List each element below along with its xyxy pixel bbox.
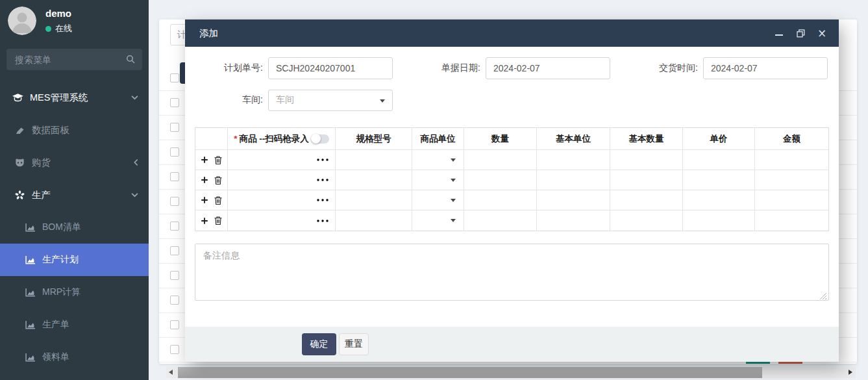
workshop-select[interactable]: 车间 <box>268 90 393 111</box>
row-checkbox[interactable] <box>170 320 179 329</box>
sidebar-item-material-requisition[interactable]: 领料单 <box>0 341 149 374</box>
row-checkbox[interactable] <box>170 345 179 354</box>
plan-number-input[interactable] <box>268 57 393 79</box>
spec-cell[interactable] <box>336 190 412 210</box>
row-checkbox[interactable] <box>170 98 179 107</box>
add-row-icon[interactable] <box>201 176 208 184</box>
products-table: * 商品 --扫码枪录入 规格型号 商品单位 数量 基本单位 基本数量 单价 金… <box>195 127 829 231</box>
add-row-icon[interactable] <box>201 217 208 225</box>
row-actions <box>195 170 228 190</box>
sidebar-item-label: 生产计划 <box>42 254 79 266</box>
unit-select-cell[interactable] <box>412 210 464 231</box>
delete-row-icon[interactable] <box>214 156 222 164</box>
close-icon[interactable]: × <box>817 28 827 38</box>
add-row-icon[interactable] <box>201 156 208 164</box>
price-cell[interactable] <box>683 190 755 210</box>
product-cell[interactable] <box>228 190 336 210</box>
price-cell[interactable] <box>683 170 755 190</box>
sidebar-item-mrp-calc[interactable]: MRP计算 <box>0 276 149 309</box>
delivery-time-input[interactable] <box>703 57 828 79</box>
row-checkbox[interactable] <box>170 197 179 206</box>
base-qty-cell[interactable] <box>610 190 683 210</box>
sidebar-item-dashboard[interactable]: 数据面板 <box>0 114 149 146</box>
sidebar-item-bom-list[interactable]: BOM清单 <box>0 211 149 244</box>
scan-gun-toggle[interactable] <box>311 134 329 144</box>
row-checkbox[interactable] <box>170 246 179 255</box>
field-plan-number: 计划单号: <box>211 57 393 79</box>
sidebar-item-purchase[interactable]: 购货 <box>0 146 149 179</box>
product-cell[interactable] <box>228 210 336 231</box>
row-checkbox[interactable] <box>170 73 179 82</box>
delete-row-icon[interactable] <box>214 196 222 205</box>
scroll-left-arrow-icon[interactable] <box>169 370 173 375</box>
unit-select-cell[interactable] <box>412 190 464 210</box>
reset-button[interactable]: 重置 <box>339 333 369 355</box>
product-cell[interactable] <box>228 150 336 170</box>
sidebar-item-production[interactable]: 生产 <box>0 179 149 211</box>
sidebar-item-label: MRP计算 <box>42 286 81 298</box>
base-qty-cell[interactable] <box>610 210 683 231</box>
remark-textarea[interactable] <box>195 244 829 301</box>
base-qty-cell[interactable] <box>610 150 683 170</box>
base-unit-cell[interactable] <box>537 150 610 170</box>
row-checkbox[interactable] <box>170 271 179 280</box>
caret-down-icon <box>380 99 385 103</box>
qty-cell[interactable] <box>464 210 537 231</box>
base-unit-cell[interactable] <box>537 170 610 190</box>
base-unit-cell[interactable] <box>537 190 610 210</box>
qty-cell[interactable] <box>464 150 537 170</box>
row-checkbox[interactable] <box>170 222 179 231</box>
field-label: 计划单号: <box>211 62 263 74</box>
delete-row-icon[interactable] <box>214 216 222 225</box>
price-cell[interactable] <box>683 150 755 170</box>
horizontal-scrollbar[interactable] <box>166 367 856 378</box>
minimize-icon[interactable] <box>774 28 784 38</box>
product-row <box>195 210 828 231</box>
search-icon[interactable] <box>126 55 135 66</box>
sidebar-item-mes-system[interactable]: MES管理系统 <box>0 81 149 114</box>
sidebar-item-production-order[interactable]: 生产单 <box>0 309 149 341</box>
field-label: 车间: <box>211 94 263 106</box>
product-row <box>195 190 828 210</box>
base-unit-cell[interactable] <box>537 210 610 231</box>
confirm-button[interactable]: 确定 <box>302 333 336 355</box>
amount-cell[interactable] <box>755 170 828 190</box>
unit-select-cell[interactable] <box>412 170 464 190</box>
user-status: 在线 <box>45 23 72 34</box>
sidebar-item-label: 生产单 <box>42 319 69 331</box>
scroll-right-arrow-icon[interactable] <box>849 370 852 375</box>
ellipsis-icon <box>317 179 329 181</box>
row-checkbox[interactable] <box>170 172 179 181</box>
sidebar-item-production-plan[interactable]: 生产计划 <box>0 244 149 276</box>
avatar[interactable] <box>8 6 36 35</box>
amount-cell[interactable] <box>755 150 828 170</box>
qty-cell[interactable] <box>464 170 537 190</box>
scrollbar-thumb[interactable] <box>178 367 762 378</box>
delete-row-icon[interactable] <box>214 176 222 184</box>
add-row-icon[interactable] <box>201 196 208 204</box>
qty-cell[interactable] <box>464 190 537 210</box>
workshop-placeholder: 车间 <box>276 94 294 106</box>
spec-cell[interactable] <box>336 210 412 231</box>
unit-select-cell[interactable] <box>412 150 464 170</box>
spec-cell[interactable] <box>336 170 412 190</box>
row-actions <box>195 150 228 170</box>
base-qty-cell[interactable] <box>610 170 683 190</box>
amount-cell[interactable] <box>755 190 828 210</box>
product-cell[interactable] <box>228 170 336 190</box>
dialog-title: 添加 <box>199 27 218 40</box>
row-actions <box>195 210 228 231</box>
header-base-unit: 基本单位 <box>537 128 610 150</box>
amount-cell[interactable] <box>755 210 828 231</box>
row-checkbox[interactable] <box>170 296 179 305</box>
row-checkbox[interactable] <box>170 147 179 157</box>
product-row <box>195 170 828 190</box>
price-cell[interactable] <box>683 210 755 231</box>
restore-icon[interactable] <box>795 28 806 38</box>
search-input[interactable] <box>6 49 142 70</box>
sidebar-item-label: 购货 <box>32 157 51 169</box>
row-checkbox[interactable] <box>170 123 179 132</box>
dialog-header[interactable]: 添加 × <box>185 19 839 47</box>
document-date-input[interactable] <box>486 57 610 79</box>
spec-cell[interactable] <box>336 150 412 170</box>
